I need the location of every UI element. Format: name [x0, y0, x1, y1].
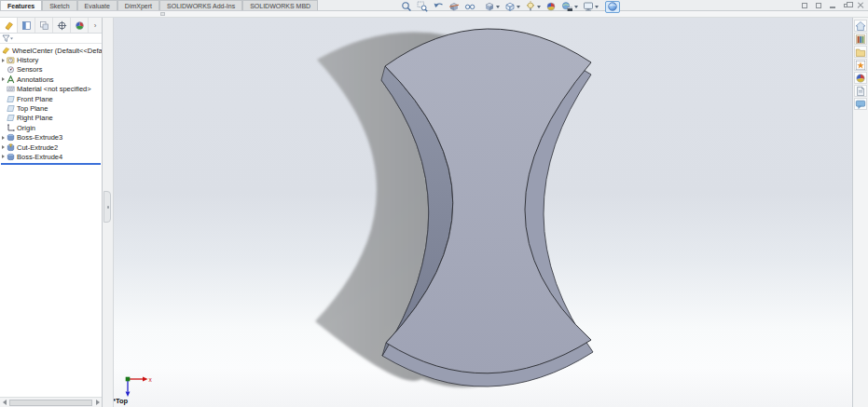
dimxpertmanager-tab[interactable] [53, 18, 71, 33]
folder-icon [855, 47, 866, 58]
propertymanager-tab[interactable] [18, 18, 35, 33]
tab-dimxpert[interactable]: DimXpert [117, 0, 159, 10]
tree-item-top-plane[interactable]: Top Plane [0, 103, 102, 113]
solidworks-forum-tab[interactable] [854, 98, 867, 110]
tab-features[interactable]: Features [0, 0, 42, 10]
featuremanager-tab-row: › [0, 18, 102, 34]
configurationmanager-tab[interactable] [35, 18, 53, 33]
dynamic-annotation-views-button[interactable] [462, 1, 477, 13]
tree-item-cut-extrude2[interactable]: Cut-Extrude2 [0, 142, 102, 152]
hide-show-items-button[interactable] [523, 1, 543, 13]
tree-horizontal-scrollbar[interactable] [0, 397, 102, 407]
rollback-bar[interactable] [1, 163, 101, 165]
history-icon [7, 56, 15, 64]
commandmanager-pin-icon[interactable] [160, 12, 165, 16]
section-view-icon [448, 1, 460, 12]
boss-extrude-icon [7, 153, 15, 161]
previous-view-button[interactable] [431, 1, 446, 13]
custom-properties-tab[interactable] [854, 85, 867, 97]
zoom-to-fit-button[interactable] [399, 1, 414, 13]
featuremanager-design-tree-tab[interactable] [0, 18, 18, 33]
annotations-icon [7, 75, 15, 84]
featuremanager-panel: › WheelCenter (Default<<D [0, 18, 103, 407]
scroll-left-icon[interactable] [0, 399, 8, 407]
zoom-to-fit-icon [401, 1, 412, 12]
task-pane [852, 18, 868, 407]
minimize-icon[interactable] [828, 2, 836, 10]
section-view-button[interactable] [447, 1, 462, 13]
tree-item-right-plane[interactable]: Right Plane [0, 114, 102, 123]
sensors-icon [7, 65, 15, 74]
featuremanager-expand-chevron[interactable]: › [89, 18, 102, 33]
appearances-ball-icon [855, 73, 866, 84]
dimxpert-target-icon [57, 20, 67, 31]
tab-sketch[interactable]: Sketch [42, 0, 76, 10]
display-style-button[interactable] [503, 1, 522, 13]
previous-view-icon [433, 1, 444, 12]
realview-toggle-button[interactable] [605, 1, 620, 13]
close-icon[interactable] [856, 2, 864, 10]
appearances-scenes-decals-tab[interactable] [854, 72, 867, 84]
restore-icon[interactable] [842, 2, 850, 10]
view-orientation-button[interactable] [482, 1, 502, 13]
cut-extrude-icon [7, 143, 15, 152]
splitter-grip[interactable] [103, 191, 111, 223]
design-library-tab[interactable] [854, 33, 867, 45]
origin-icon [7, 124, 15, 132]
file-explorer-tab[interactable] [854, 46, 867, 58]
tree-item-material[interactable]: Material <not specified> [0, 85, 102, 94]
solidworks-resources-tab[interactable] [854, 20, 867, 32]
expand-arrow-icon[interactable] [0, 77, 7, 81]
tree-item-wheelcenter[interactable]: WheelCenter (Default<<Default>_Displa [0, 46, 102, 55]
headsup-view-toolbar [399, 0, 620, 13]
tree-item-history[interactable]: History [0, 55, 102, 64]
square-window-2-icon[interactable] [814, 2, 822, 10]
chevron-down-icon [517, 6, 520, 8]
appearance-ball-icon [545, 1, 557, 12]
displaymanager-ball-icon [75, 20, 85, 31]
graphics-area[interactable] [0, 18, 868, 407]
view-settings-button[interactable] [581, 1, 600, 13]
view-cube-icon [484, 1, 495, 12]
realview-globe-icon [607, 1, 618, 12]
view-palette-tab[interactable] [854, 59, 867, 71]
scroll-right-icon[interactable] [93, 399, 102, 407]
tab-solidworks-mbd[interactable]: SOLIDWORKS MBD [242, 0, 318, 10]
edit-appearance-button[interactable] [544, 1, 558, 13]
expand-arrow-icon[interactable] [0, 59, 7, 62]
tree-item-boss-extrude4[interactable]: Boss-Extrude4 [0, 152, 102, 161]
propertymanager-icon [21, 20, 32, 31]
tree-filter-row[interactable] [0, 34, 102, 44]
display-style-icon [504, 1, 516, 12]
tree-item-annotations[interactable]: Annotations [0, 75, 102, 84]
monitor-icon [583, 1, 594, 12]
tree-item-boss-extrude3[interactable]: Boss-Extrude3 [0, 133, 102, 142]
books-icon [855, 34, 866, 45]
chevron-down-icon [496, 6, 500, 8]
solidworks-window: x *Top Features Sketch Evaluate DimXpert… [0, 0, 868, 407]
tree-item-front-plane[interactable]: Front Plane [0, 94, 102, 103]
square-window-icon[interactable] [800, 2, 808, 10]
chevron-down-icon [537, 6, 541, 8]
expand-arrow-icon[interactable] [0, 145, 7, 149]
tab-solidworks-add-ins[interactable]: SOLIDWORKS Add-Ins [159, 0, 242, 10]
plane-icon [7, 104, 15, 113]
displaymanager-tab[interactable] [71, 18, 89, 33]
tree-item-origin[interactable]: Origin [0, 123, 102, 132]
palette-star-icon [855, 60, 866, 71]
forum-bubble-icon [855, 99, 866, 110]
properties-sheet-icon [855, 86, 866, 97]
chevron-down-icon [595, 6, 599, 8]
material-icon [7, 85, 15, 93]
expand-arrow-icon[interactable] [0, 136, 7, 140]
panel-splitter[interactable] [103, 18, 114, 407]
tree-item-sensors[interactable]: Sensors [0, 65, 102, 75]
apply-scene-button[interactable] [559, 1, 580, 13]
tab-evaluate[interactable]: Evaluate [77, 0, 117, 10]
configurationmanager-icon [39, 20, 49, 31]
plane-icon [7, 114, 15, 122]
zoom-to-area-button[interactable] [415, 1, 430, 13]
window-controls [800, 1, 864, 10]
scrollbar-thumb[interactable] [9, 400, 92, 406]
expand-arrow-icon[interactable] [0, 155, 7, 158]
